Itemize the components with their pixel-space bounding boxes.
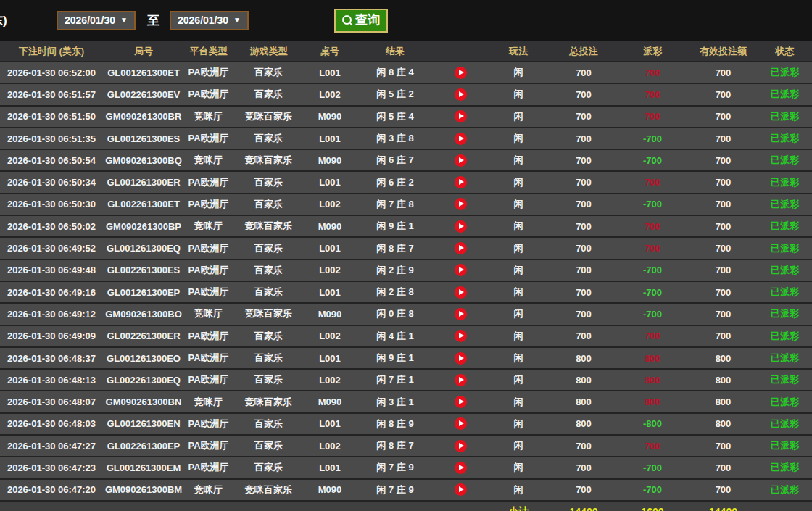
cell-platform: PA欧洲厅 (184, 194, 233, 215)
cell-status: 已派彩 (758, 106, 812, 128)
cell-play: 闲 (486, 128, 551, 149)
cell-bet: 700 (551, 128, 616, 149)
play-video-icon[interactable] (455, 133, 467, 145)
cell-platform: PA欧洲厅 (184, 237, 233, 259)
query-button[interactable]: 查询 (334, 9, 388, 33)
play-video-icon[interactable] (455, 154, 467, 167)
table-row: 2026-01-30 06:52:00GL001261300ETPA欧洲厅百家乐… (0, 62, 812, 83)
cell-time: 2026-01-30 06:52:00 (0, 62, 103, 83)
cell-status: 已派彩 (758, 259, 812, 281)
play-video-icon[interactable] (455, 176, 467, 188)
play-video-icon[interactable] (455, 417, 467, 430)
cell-result: 闲 2 庄 9 (355, 259, 435, 281)
play-video-icon[interactable] (455, 330, 467, 342)
cell-platform: PA欧洲厅 (184, 259, 233, 281)
play-video-icon[interactable] (455, 462, 467, 474)
play-video-icon[interactable] (455, 110, 467, 122)
cell-result: 闲 8 庄 9 (355, 413, 435, 435)
cell-time: 2026-01-30 06:49:09 (0, 325, 103, 347)
play-video-icon[interactable] (455, 220, 467, 233)
play-video-icon[interactable] (455, 483, 467, 496)
play-video-icon[interactable] (455, 352, 467, 365)
column-header-1: 局号 (103, 41, 184, 62)
cell-result: 闲 3 庄 8 (355, 128, 435, 149)
play-video-icon[interactable] (455, 374, 467, 386)
column-header-3: 游戏类型 (233, 41, 304, 62)
cell-result: 闲 8 庄 4 (355, 62, 435, 83)
cell-result: 闲 8 庄 7 (355, 237, 435, 259)
cell-status: 已派彩 (758, 237, 812, 259)
table-row: 2026-01-30 06:48:07GM090261300BN竞咪厅竞咪百家乐… (0, 391, 812, 412)
cell-play: 闲 (486, 413, 551, 435)
cell-round: GM090261300BQ (103, 149, 184, 171)
date-to-select[interactable]: 2026/01/30 ▼ (170, 11, 249, 30)
cell-play: 闲 (486, 303, 551, 325)
cell-round: GL001261300EN (103, 413, 184, 435)
cell-table-no: L002 (304, 259, 355, 281)
date-range-to-label: 至 (147, 12, 160, 29)
cell-payout: 700 (616, 215, 689, 237)
cell-payout: 700 (616, 83, 689, 105)
chevron-down-icon: ▼ (233, 17, 241, 24)
cell-table-no: M090 (304, 391, 355, 412)
subtotal-status-spacer (758, 501, 812, 511)
cell-game: 百家乐 (233, 237, 304, 259)
cell-payout: -700 (616, 128, 689, 149)
cell-game: 百家乐 (233, 413, 304, 435)
play-video-icon[interactable] (455, 440, 467, 452)
cell-round: GL002261300ES (103, 259, 184, 281)
cell-status: 已派彩 (758, 413, 812, 435)
play-video-icon[interactable] (455, 67, 467, 79)
column-header-7: 玩法 (486, 41, 551, 62)
query-button-label: 查询 (355, 12, 380, 28)
play-video-icon[interactable] (455, 242, 467, 254)
cell-valid: 800 (689, 369, 758, 391)
cell-play-video (435, 413, 486, 435)
play-video-icon[interactable] (455, 198, 467, 210)
cell-table-no: L001 (304, 347, 355, 369)
table-row: 2026-01-30 06:51:35GL001261300ESPA欧洲厅百家乐… (0, 128, 812, 149)
cell-valid: 700 (689, 325, 758, 347)
cell-payout: -700 (616, 259, 689, 281)
cell-round: GL001261300EQ (103, 237, 184, 259)
date-from-select[interactable]: 2026/01/30 ▼ (57, 11, 136, 30)
cell-game: 百家乐 (233, 62, 304, 83)
play-video-icon[interactable] (455, 264, 467, 276)
column-header-8: 总投注 (551, 41, 616, 62)
cell-valid: 700 (689, 457, 758, 478)
cell-time: 2026-01-30 06:47:23 (0, 457, 103, 478)
cell-play-video (435, 128, 486, 149)
cell-valid: 700 (689, 83, 758, 105)
cell-bet: 700 (551, 237, 616, 259)
cell-payout: 700 (616, 106, 689, 128)
cell-play: 闲 (486, 391, 551, 412)
cell-bet: 700 (551, 457, 616, 478)
cell-play: 闲 (486, 281, 551, 303)
cell-round: GL002261300EV (103, 83, 184, 105)
cell-result: 闲 4 庄 1 (355, 325, 435, 347)
cell-bet: 800 (551, 369, 616, 391)
search-icon (342, 15, 352, 25)
date-from-value: 2026/01/30 (65, 14, 115, 26)
cell-bet: 700 (551, 83, 616, 105)
cell-result: 闲 8 庄 7 (355, 435, 435, 457)
cell-platform: PA欧洲厅 (184, 171, 233, 193)
play-video-icon[interactable] (455, 396, 467, 408)
cell-status: 已派彩 (758, 369, 812, 391)
cell-valid: 700 (689, 435, 758, 457)
table-row: 2026-01-30 06:48:37GL001261300EOPA欧洲厅百家乐… (0, 347, 812, 369)
play-video-icon[interactable] (455, 308, 467, 320)
play-video-icon[interactable] (455, 286, 467, 299)
cell-valid: 700 (689, 303, 758, 325)
cell-play: 闲 (486, 194, 551, 215)
cell-bet: 700 (551, 171, 616, 193)
subtotal-total-bet: 14400 (551, 501, 616, 511)
cell-game: 竞咪百家乐 (233, 303, 304, 325)
cell-table-no: L002 (304, 369, 355, 391)
cell-round: GL002261300ET (103, 194, 184, 215)
cell-result: 闲 7 庄 9 (355, 457, 435, 478)
cell-bet: 800 (551, 391, 616, 412)
cell-bet: 700 (551, 215, 616, 237)
cell-table-no: L002 (304, 435, 355, 457)
play-video-icon[interactable] (455, 88, 467, 101)
